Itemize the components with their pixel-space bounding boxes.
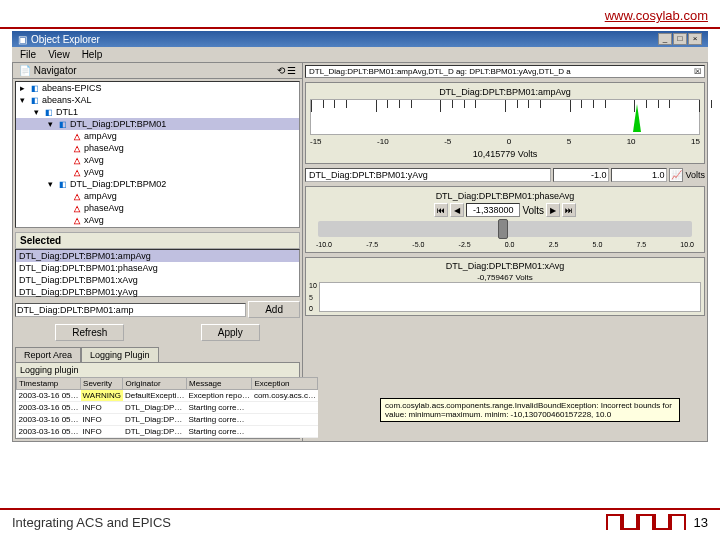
slider-prev-icon[interactable]: ◀ (450, 203, 464, 217)
gauge-tick-label: 5 (567, 137, 571, 146)
log-col[interactable]: Originator (123, 378, 187, 390)
log-table: TimestampSeverityOriginatorMessageExcept… (16, 377, 318, 438)
slider-first-icon[interactable]: ⏮ (434, 203, 448, 217)
selected-list[interactable]: DTL_Diag:DPLT:BPM01:ampAvgDTL_Diag:DPLT:… (15, 249, 300, 297)
slider-title: DTL_Diag:DPLT:BPM01:phaseAvg (310, 191, 700, 201)
slider-last-icon[interactable]: ⏭ (562, 203, 576, 217)
yavg-unit: Volts (685, 170, 705, 180)
refresh-button[interactable]: Refresh (55, 324, 124, 341)
yavg-num1[interactable]: -1.0 (553, 168, 609, 182)
selected-item[interactable]: DTL_Diag:DPLT:BPM01:ampAvg (16, 250, 299, 262)
tree-item[interactable]: △phaseAvg (16, 202, 299, 214)
selected-item[interactable]: DTL_Diag:DPLT:BPM01:yAvg (16, 286, 299, 298)
slider-value: -1,338000 (466, 203, 521, 217)
tree-item[interactable]: ▾◧DTL1 (16, 106, 299, 118)
maximize-button[interactable]: □ (673, 33, 687, 45)
chart-area (319, 282, 701, 312)
gauge-tick-label: 15 (691, 137, 700, 146)
slider-tick-label: 10.0 (680, 241, 694, 248)
chart-ytick: 0 (309, 305, 317, 312)
gauge-tick-label: 10 (627, 137, 636, 146)
slider-next-icon[interactable]: ▶ (546, 203, 560, 217)
close-button[interactable]: × (688, 33, 702, 45)
selected-header: Selected (15, 232, 300, 249)
slider-tick-label: 5.0 (593, 241, 603, 248)
navigator-label: Navigator (34, 65, 77, 76)
menu-file[interactable]: File (20, 49, 36, 60)
tree-item[interactable]: ▾◧DTL_Diag:DPLT:BPM01 (16, 118, 299, 130)
tree-item[interactable]: △yAvg (16, 226, 299, 228)
gauge-title: DTL_Diag:DPLT:BPM01:ampAvg (310, 87, 700, 97)
chart-ytick: 5 (309, 294, 317, 301)
page-number: 13 (694, 515, 708, 530)
path-bar: DTL_Diag:DPLT:BPM01:ampAvg,DTL_D ag: DPL… (305, 65, 705, 78)
log-col[interactable]: Severity (81, 378, 123, 390)
gauge-tick-label: -15 (310, 137, 322, 146)
log-row[interactable]: 2003-03-16 05…INFODTL_Diag:DP…Starting c… (17, 414, 318, 426)
slider-tick-label: 7.5 (636, 241, 646, 248)
menu-view[interactable]: View (48, 49, 70, 60)
tree-item[interactable]: △phaseAvg (16, 142, 299, 154)
footer-title: Integrating ACS and EPICS (12, 515, 171, 530)
slider-thumb[interactable] (498, 219, 508, 239)
chart-value-display: -0,759467 Volts (309, 273, 701, 282)
slider-tick-label: -2.5 (459, 241, 471, 248)
tree-item[interactable]: △ampAvg (16, 130, 299, 142)
slider-unit: Volts (522, 205, 544, 216)
slider-track[interactable] (318, 221, 692, 237)
add-button[interactable]: Add (248, 301, 300, 318)
path-text: DTL_Diag:DPLT:BPM01:ampAvg,DTL_D ag: DPL… (309, 67, 571, 76)
navigator-tree[interactable]: ▸◧abeans-EPICS▾◧abeans-XAL▾◧DTL1▾◧DTL_Di… (15, 81, 300, 228)
footer-logo-icon (606, 514, 686, 530)
slider-tick-label: -5.0 (412, 241, 424, 248)
app-icon: ▣ (18, 34, 27, 45)
selected-item[interactable]: DTL_Diag:DPLT:BPM01:phaseAvg (16, 262, 299, 274)
tree-item[interactable]: △ampAvg (16, 190, 299, 202)
log-row[interactable]: 2003-03-16 05…WARNINGDefaultExcepti…Exce… (17, 390, 318, 402)
gauge-tick-label: -5 (444, 137, 451, 146)
tree-item[interactable]: ▾◧abeans-XAL (16, 94, 299, 106)
chart-title: DTL_Diag:DPLT:BPM01:xAvg (309, 261, 701, 271)
tree-item[interactable]: △xAvg (16, 154, 299, 166)
gauge-tick-label: 0 (507, 137, 511, 146)
error-tooltip: com.cosylab.acs.components.range.Invalid… (380, 398, 680, 422)
tree-item[interactable]: △xAvg (16, 214, 299, 226)
log-col[interactable]: Timestamp (17, 378, 81, 390)
tab-logging[interactable]: Logging Plugin (81, 347, 159, 362)
chart-ytick: 10 (309, 282, 317, 289)
yavg-num2[interactable]: 1.0 (611, 168, 667, 182)
gauge-panel: DTL_Diag:DPLT:BPM01:ampAvg -15-10-505101… (305, 82, 705, 164)
menu-help[interactable]: Help (82, 49, 103, 60)
log-row[interactable]: 2003-03-16 05…INFODTL_Diag:DP…Starting c… (17, 426, 318, 438)
menubar: File View Help (12, 47, 708, 62)
selected-item[interactable]: DTL_Diag:DPLT:BPM01:xAvg (16, 274, 299, 286)
path-close-icon[interactable]: ☒ (694, 67, 701, 76)
logging-title: Logging plugin (16, 363, 299, 377)
slider-tick-label: 2.5 (549, 241, 559, 248)
slider-tick-label: -7.5 (366, 241, 378, 248)
yavg-label: DTL_Diag:DPLT:BPM01:yAvg (305, 168, 551, 182)
log-row[interactable]: 2003-03-16 05…INFODTL_Diag:DP…Starting c… (17, 402, 318, 414)
gauge-tick-label: -10 (377, 137, 389, 146)
slider-panel: DTL_Diag:DPLT:BPM01:phaseAvg ⏮ ◀ -1,3380… (305, 186, 705, 253)
nav-icon: 📄 (19, 65, 31, 76)
apply-button[interactable]: Apply (201, 324, 260, 341)
header-url[interactable]: www.cosylab.com (605, 8, 708, 23)
tab-report[interactable]: Report Area (15, 347, 81, 362)
command-input[interactable] (15, 303, 246, 317)
minimize-button[interactable]: _ (658, 33, 672, 45)
nav-tool-1-icon[interactable]: ⟲ (277, 65, 285, 76)
nav-tool-2-icon[interactable]: ☰ (287, 65, 296, 76)
yavg-trend-icon[interactable]: 📈 (669, 168, 683, 182)
window-title: Object Explorer (31, 34, 100, 45)
gauge-scale (310, 99, 700, 135)
tree-item[interactable]: △yAvg (16, 166, 299, 178)
window-titlebar: ▣ Object Explorer _ □ × (12, 31, 708, 47)
slider-tick-label: 0.0 (505, 241, 515, 248)
tree-item[interactable]: ▸◧abeans-EPICS (16, 82, 299, 94)
log-col[interactable]: Message (187, 378, 252, 390)
slider-tick-label: -10.0 (316, 241, 332, 248)
gauge-value: 10,415779 Volts (310, 149, 700, 159)
tree-item[interactable]: ▾◧DTL_Diag:DPLT:BPM02 (16, 178, 299, 190)
chart-panel: DTL_Diag:DPLT:BPM01:xAvg -0,759467 Volts… (305, 257, 705, 316)
